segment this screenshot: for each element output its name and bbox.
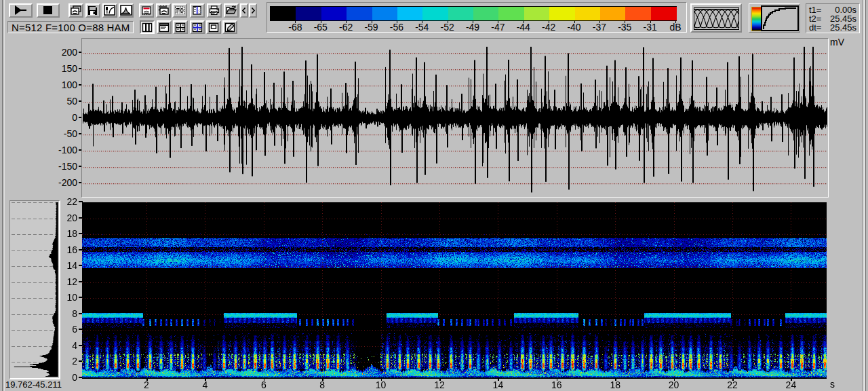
svg-text:S: S	[198, 7, 202, 15]
